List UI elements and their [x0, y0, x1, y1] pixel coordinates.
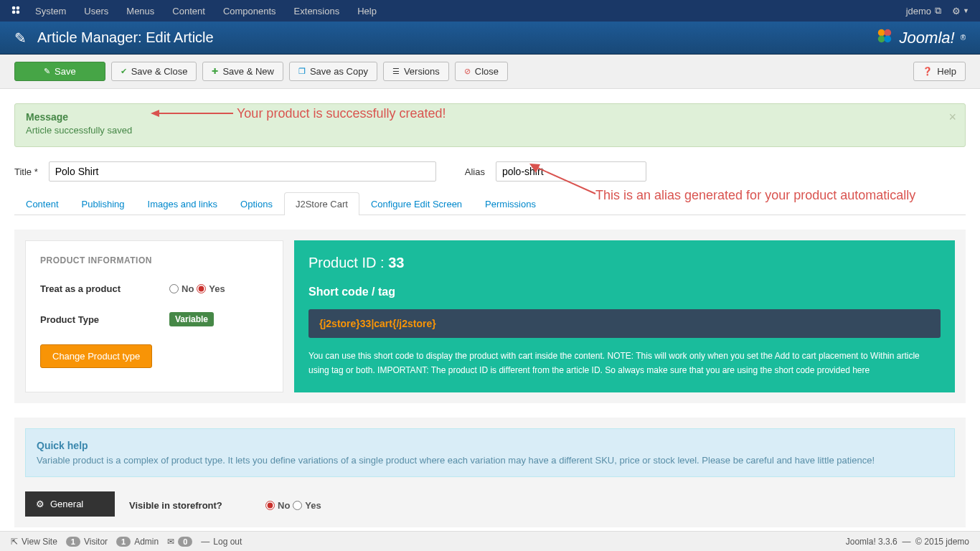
pencil-icon: ✎: [14, 29, 27, 47]
title-input[interactable]: [49, 161, 436, 182]
logout-label: Log out: [213, 537, 242, 547]
joomla-icon[interactable]: [11, 5, 21, 17]
title-label: Title *: [14, 166, 38, 177]
close-button[interactable]: ⊘ Close: [455, 62, 508, 81]
svg-point-2: [12, 10, 16, 14]
message-heading: Message: [26, 111, 940, 123]
copyright-label: © 2015 jdemo: [915, 537, 969, 547]
nav-extensions[interactable]: Extensions: [294, 6, 340, 17]
mail-badge: 0: [178, 537, 192, 547]
change-product-type-button[interactable]: Change Product type: [40, 344, 152, 368]
admin-label: Admin: [134, 537, 159, 547]
visible-label: Visible in storefront?: [129, 500, 265, 511]
success-message: × Message Article successfully saved: [14, 103, 966, 147]
tab-configure-edit[interactable]: Configure Edit Screen: [359, 192, 473, 215]
toolbar: ✎ Save ✔ Save & Close ✚ Save & New ❐ Sav…: [0, 55, 980, 89]
visitor-label: Visitor: [84, 537, 108, 547]
visitor-count-item[interactable]: 1 Visitor: [66, 537, 108, 547]
treat-yes-label: Yes: [209, 283, 225, 294]
svg-point-6: [877, 35, 885, 42]
page-header: ✎ Article Manager: Edit Article Joomla! …: [0, 22, 980, 55]
page-title: Article Manager: Edit Article: [37, 29, 875, 46]
close-label: Close: [475, 66, 499, 77]
tabs: Content Publishing Images and links Opti…: [14, 192, 966, 215]
visible-yes-label: Yes: [305, 500, 321, 511]
view-site-link[interactable]: ⇱ View Site: [11, 537, 57, 547]
admin-badge: 1: [116, 537, 131, 547]
save-close-button[interactable]: ✔ Save & Close: [111, 62, 197, 81]
tab-content[interactable]: Content: [14, 192, 70, 215]
quick-help-box: Quick help Variable product is a complex…: [25, 428, 955, 477]
apply-icon: ✎: [44, 67, 50, 76]
save-copy-button[interactable]: ❐ Save as Copy: [289, 62, 377, 81]
quick-help-heading: Quick help: [37, 440, 943, 451]
alias-input[interactable]: [496, 161, 646, 182]
save-label: Save: [55, 66, 76, 77]
main-scroll[interactable]: ✎ Save ✔ Save & Close ✚ Save & New ❐ Sav…: [0, 55, 980, 551]
tab-options[interactable]: Options: [229, 192, 284, 215]
help-button[interactable]: ❓ Help: [913, 62, 966, 81]
lower-section: Quick help Variable product is a complex…: [14, 418, 966, 527]
version-label: Joomla! 3.3.6: [846, 537, 897, 547]
shortcode-heading: Short code / tag: [308, 286, 941, 298]
svg-point-5: [884, 29, 891, 36]
product-info-panel: PRODUCT INFORMATION Treat as a product N…: [25, 240, 283, 392]
vtab-general[interactable]: ⚙ General: [25, 491, 115, 517]
save-new-button[interactable]: ✚ Save & New: [202, 62, 283, 81]
joomla-logo: Joomla! ®: [875, 27, 966, 50]
visible-yes-radio[interactable]: [293, 501, 302, 510]
save-button[interactable]: ✎ Save: [14, 62, 105, 81]
mail-item[interactable]: ✉ 0: [167, 537, 192, 547]
settings-menu[interactable]: ⚙ ▼: [952, 6, 969, 17]
nav-help[interactable]: Help: [357, 6, 377, 17]
message-body: Article successfully saved: [26, 125, 940, 136]
logout-link[interactable]: — Log out: [201, 537, 242, 547]
title-alias-row: Title * Alias: [14, 161, 966, 182]
tab-publishing[interactable]: Publishing: [70, 192, 136, 215]
product-id-label: Product ID :: [308, 255, 385, 270]
save-close-label: Save & Close: [131, 66, 188, 77]
vtab-general-label: General: [50, 499, 83, 509]
logout-icon: —: [201, 537, 209, 547]
close-alert-button[interactable]: ×: [948, 110, 956, 125]
product-type-row: Product Type Variable: [40, 312, 268, 326]
cancel-icon: ⊘: [464, 67, 471, 76]
gear-icon: ⚙: [36, 499, 44, 509]
versions-button[interactable]: ☰ Versions: [383, 62, 449, 81]
tab-images-links[interactable]: Images and links: [136, 192, 230, 215]
svg-point-0: [12, 6, 16, 9]
nav-content[interactable]: Content: [172, 6, 205, 17]
treat-no-label: No: [182, 283, 194, 294]
user-menu[interactable]: jdemo ⧉: [906, 5, 941, 17]
visible-no-radio[interactable]: [265, 501, 275, 510]
admin-count-item[interactable]: 1 Admin: [116, 537, 159, 547]
plus-icon: ✚: [212, 67, 218, 76]
tab-j2store-cart[interactable]: J2Store Cart: [284, 192, 359, 215]
vertical-tabs: ⚙ General: [25, 491, 115, 517]
nav-system[interactable]: System: [35, 6, 66, 17]
shortcode-desc: You can use this short code to display t…: [308, 349, 941, 378]
view-site-label: View Site: [22, 537, 57, 547]
product-info-heading: PRODUCT INFORMATION: [40, 255, 268, 265]
treat-label: Treat as a product: [40, 283, 169, 294]
nav-users[interactable]: Users: [84, 6, 108, 17]
joomla-brand-text: Joomla!: [900, 29, 955, 47]
copy-icon: ❐: [298, 67, 306, 76]
nav-menus[interactable]: Menus: [126, 6, 154, 17]
svg-point-3: [17, 10, 20, 14]
versions-label: Versions: [404, 66, 440, 77]
treat-no-radio[interactable]: [169, 284, 179, 293]
caret-down-icon: ▼: [963, 7, 969, 14]
visible-storefront-row: Visible in storefront? No Yes: [129, 491, 321, 517]
general-row: ⚙ General Visible in storefront? No Yes: [25, 491, 955, 517]
save-new-label: Save & New: [222, 66, 274, 77]
treat-yes-radio[interactable]: [197, 284, 206, 293]
archive-icon: ☰: [392, 67, 400, 76]
top-navbar: System Users Menus Content Components Ex…: [0, 0, 980, 22]
svg-point-4: [877, 29, 885, 36]
nav-components[interactable]: Components: [223, 6, 276, 17]
visitor-badge: 1: [66, 537, 80, 547]
tab-permissions[interactable]: Permissions: [473, 192, 547, 215]
treat-as-product-row: Treat as a product No Yes: [40, 283, 268, 294]
version-info: Joomla! 3.3.6 — © 2015 jdemo: [846, 537, 969, 547]
